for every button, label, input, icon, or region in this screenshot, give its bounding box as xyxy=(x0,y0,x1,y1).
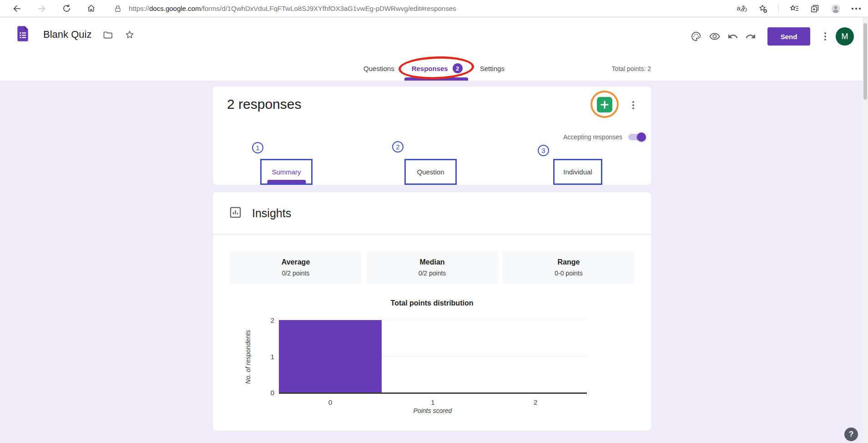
insights-title: Insights xyxy=(252,207,291,220)
lock-icon[interactable] xyxy=(113,4,122,13)
header-kebab-menu-icon[interactable] xyxy=(822,30,829,43)
y-tick-label: 2 xyxy=(265,317,274,324)
chart-plot: 012012 xyxy=(279,320,587,394)
annotation-number-2: 2 xyxy=(392,141,404,153)
stat-range: Range 0-0 points xyxy=(503,251,635,284)
tab-settings[interactable]: Settings xyxy=(479,56,505,81)
individual-view-button[interactable]: Individual xyxy=(553,159,602,185)
favorites-bar-icon[interactable] xyxy=(789,4,799,14)
form-tabs: Questions Responses 2 Settings xyxy=(0,56,868,81)
stats-row: Average 0/2 points Median 0/2 points Ran… xyxy=(230,251,635,284)
active-view-indicator xyxy=(267,180,306,183)
chart-x-axis-label: Points scored xyxy=(414,407,452,414)
forms-header: Blank Quiz Send M Questions Responses 2 xyxy=(0,17,868,81)
undo-icon[interactable] xyxy=(727,31,738,42)
accepting-responses-toggle[interactable] xyxy=(628,134,645,140)
profile-icon[interactable] xyxy=(830,3,841,14)
account-avatar[interactable]: M xyxy=(836,27,854,46)
chart-y-axis-label: No. of respondents xyxy=(244,330,252,384)
insights-chart-icon xyxy=(229,206,242,221)
theme-palette-icon[interactable] xyxy=(690,31,702,42)
insights-card: Insights Average 0/2 points Median 0/2 p… xyxy=(213,192,651,431)
responses-kebab-menu-icon[interactable] xyxy=(630,98,637,112)
send-button[interactable]: Send xyxy=(767,27,810,46)
add-favorite-icon[interactable] xyxy=(758,4,768,14)
move-folder-icon[interactable] xyxy=(102,29,113,40)
annotation-number-3: 3 xyxy=(538,145,549,156)
stat-median: Median 0/2 points xyxy=(366,251,498,284)
active-tab-underline xyxy=(404,77,468,81)
x-tick-label: 0 xyxy=(328,398,332,406)
back-icon[interactable] xyxy=(12,4,22,14)
translate-icon[interactable]: aあ xyxy=(737,4,747,13)
url-text: https://docs.google.com/forms/d/1QwhDxVd… xyxy=(129,5,456,12)
x-tick-label: 2 xyxy=(534,398,537,406)
chart-title: Total points distribution xyxy=(213,299,651,307)
responses-count-badge: 2 xyxy=(453,63,463,73)
refresh-icon[interactable] xyxy=(62,4,71,13)
help-button[interactable]: ? xyxy=(844,428,858,441)
responses-card: 2 responses Accepting responses 1 2 3 Su… xyxy=(213,87,651,185)
browser-toolbar: https://docs.google.com/forms/d/1QwhDxVd… xyxy=(0,0,868,17)
stat-average: Average 0/2 points xyxy=(230,251,362,284)
preview-eye-icon[interactable] xyxy=(709,31,721,42)
toolbar-divider xyxy=(778,4,779,13)
forms-logo-icon[interactable] xyxy=(14,25,32,45)
redo-icon[interactable] xyxy=(745,31,756,42)
collections-icon[interactable] xyxy=(810,4,820,14)
bar-0 xyxy=(279,320,382,392)
accepting-responses-label: Accepting responses xyxy=(563,133,622,141)
toggle-knob xyxy=(637,132,646,142)
form-title: Blank Quiz xyxy=(43,29,91,41)
y-tick-label: 1 xyxy=(265,353,274,360)
x-tick-label: 1 xyxy=(431,398,434,406)
annotation-number-1: 1 xyxy=(252,142,263,153)
view-in-sheets-icon[interactable] xyxy=(597,97,612,112)
responses-title: 2 responses xyxy=(227,97,301,112)
summary-view-button[interactable]: Summary xyxy=(260,159,313,185)
page-scrollbar[interactable] xyxy=(863,17,868,443)
scrollbar-thumb[interactable] xyxy=(863,23,867,100)
home-icon[interactable] xyxy=(86,4,96,13)
y-tick-label: 0 xyxy=(265,389,274,396)
question-view-button[interactable]: Question xyxy=(404,159,457,185)
star-icon[interactable] xyxy=(124,29,135,40)
settings-more-icon[interactable] xyxy=(852,8,861,10)
forward-icon[interactable] xyxy=(37,4,47,14)
main-content: 2 responses Accepting responses 1 2 3 Su… xyxy=(0,81,868,443)
tab-responses[interactable]: Responses 2 xyxy=(411,56,464,81)
chart: No. of respondents 012012 Points scored xyxy=(213,310,651,417)
tab-questions[interactable]: Questions xyxy=(363,56,395,81)
address-bar[interactable]: https://docs.google.com/forms/d/1QwhDxVd… xyxy=(113,4,737,13)
total-points: Total points: 2 xyxy=(612,65,651,72)
